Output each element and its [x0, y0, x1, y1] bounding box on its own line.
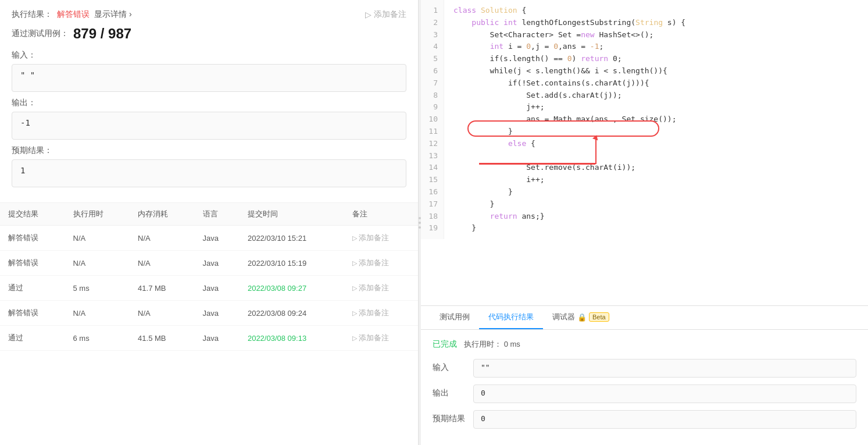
code-token: int — [490, 42, 503, 51]
table-row[interactable]: 通过6 ms41.5 MBJava2022/03/08 09:13▷ 添加备注 — [0, 326, 418, 351]
cell-memory: N/A — [130, 226, 195, 251]
code-token: new — [581, 30, 594, 39]
code-token: i = — [503, 42, 526, 51]
expected-box: 1 — [12, 159, 406, 187]
code-token: Set.remove(s.charAt(i)); — [453, 163, 635, 172]
lock-icon: 🔒 — [577, 313, 587, 322]
result-status: 解答错误 — [57, 9, 90, 20]
code-line: if(s.length() == 0) return 0; — [453, 53, 859, 65]
col-status: 提交结果 — [0, 203, 65, 226]
code-token: ; — [599, 42, 604, 51]
expected-label: 预期结果： — [12, 145, 406, 156]
line-numbers: 12345678910111213141516171819 — [421, 0, 444, 239]
add-note-small[interactable]: ▷ 添加备注 — [352, 233, 410, 243]
code-token — [453, 42, 490, 51]
cell-submit_time: 2022/03/08 09:24 — [240, 301, 344, 326]
cell-note[interactable]: ▷ 添加备注 — [344, 301, 418, 326]
exec-expected-value: 0 — [473, 410, 856, 429]
code-token: while(j < s.length()&& i < s.length()){ — [453, 66, 667, 75]
code-token: ,ans = — [558, 42, 590, 51]
line-number: 8 — [421, 90, 444, 102]
play-icon-small: ▷ — [352, 309, 357, 317]
table-row[interactable]: 解答错误N/AN/AJava2022/03/08 09:24▷ 添加备注 — [0, 301, 418, 326]
cell-note[interactable]: ▷ 添加备注 — [344, 326, 418, 351]
add-note-small[interactable]: ▷ 添加备注 — [352, 333, 410, 343]
col-time: 执行用时 — [65, 203, 130, 226]
code-token: ans = Math.max(ans , Set.size()); — [453, 115, 677, 123]
code-wrapper: 12345678910111213141516171819 class Solu… — [421, 0, 868, 239]
code-token: 0 — [553, 42, 558, 51]
code-token — [453, 212, 490, 220]
code-token: int — [503, 18, 517, 27]
add-note-small[interactable]: ▷ 添加备注 — [352, 308, 410, 318]
exec-output-row: 输出 0 — [433, 385, 856, 403]
code-line: if(!Set.contains(s.charAt(j))){ — [453, 77, 859, 90]
code-token: public — [453, 18, 503, 27]
tab-test-cases[interactable]: 测试用例 — [430, 306, 479, 329]
code-token: j++; — [453, 102, 545, 111]
cell-memory: 41.5 MB — [130, 326, 195, 351]
cell-note[interactable]: ▷ 添加备注 — [344, 251, 418, 276]
cell-submit_time: 2022/03/10 15:19 — [240, 251, 344, 276]
add-note-button[interactable]: ▷ 添加备注 — [365, 9, 406, 20]
line-number: 11 — [421, 126, 444, 138]
cell-submit_time: 2022/03/08 09:13 — [240, 326, 344, 351]
play-icon-small: ▷ — [352, 234, 357, 242]
line-number: 17 — [421, 198, 444, 211]
input-box: " " — [12, 64, 406, 92]
cell-memory: N/A — [130, 301, 195, 326]
col-note: 备注 — [344, 203, 418, 226]
line-number: 18 — [421, 211, 444, 223]
line-number: 2 — [421, 17, 444, 29]
cell-submit_time: 2022/03/08 09:27 — [240, 276, 344, 301]
line-number: 1 — [421, 5, 444, 17]
table-row[interactable]: 通过5 ms41.7 MBJava2022/03/08 09:27▷ 添加备注 — [0, 276, 418, 301]
cell-status[interactable]: 解答错误 — [0, 301, 65, 326]
cell-status[interactable]: 解答错误 — [0, 226, 65, 251]
table-row[interactable]: 解答错误N/AN/AJava2022/03/10 15:19▷ 添加备注 — [0, 251, 418, 276]
tab-exec-results[interactable]: 代码执行结果 — [479, 306, 543, 329]
show-detail-link[interactable]: 显示详情 › — [94, 9, 132, 20]
exec-input-label: 输入 — [433, 359, 473, 373]
code-area[interactable]: 12345678910111213141516171819 class Solu… — [421, 0, 868, 305]
code-token: HashSet<>(); — [595, 30, 654, 39]
cell-time: 6 ms — [65, 326, 130, 351]
cell-status[interactable]: 解答错误 — [0, 251, 65, 276]
output-box: -1 — [12, 112, 406, 140]
exec-expected-row: 预期结果 0 — [433, 410, 856, 429]
test-count-row: 通过测试用例： 879 / 987 — [12, 26, 406, 42]
line-number: 15 — [421, 174, 444, 186]
cell-note[interactable]: ▷ 添加备注 — [344, 226, 418, 251]
input-label: 输入： — [12, 50, 406, 60]
code-line: return ans;} — [453, 211, 859, 223]
cell-lang: Java — [195, 251, 240, 276]
cell-status[interactable]: 通过 — [0, 276, 65, 301]
code-line: ans = Math.max(ans , Set.size()); — [453, 113, 859, 126]
code-token: } — [453, 127, 513, 136]
exec-input-row: 输入 "" — [433, 359, 856, 378]
play-icon: ▷ — [365, 10, 372, 19]
cell-note[interactable]: ▷ 添加备注 — [344, 276, 418, 301]
code-token — [453, 139, 508, 148]
beta-badge: Beta — [589, 312, 609, 322]
code-line: class Solution { — [453, 5, 859, 17]
right-panel: 12345678910111213141516171819 class Solu… — [421, 0, 868, 445]
code-token: Solution — [481, 6, 517, 15]
cell-lang: Java — [195, 226, 240, 251]
code-token: s) { — [663, 18, 685, 27]
table-row[interactable]: 解答错误N/AN/AJava2022/03/10 15:21▷ 添加备注 — [0, 226, 418, 251]
code-line: else { — [453, 138, 859, 150]
exec-output-label: 输出 — [433, 385, 473, 398]
code-token: -1 — [590, 42, 599, 51]
code-token: if(s.length() == — [453, 54, 567, 63]
exec-time-value: 0 ms — [504, 340, 520, 348]
code-line: while(j < s.length()&& i < s.length()){ — [453, 65, 859, 77]
cell-status[interactable]: 通过 — [0, 326, 65, 351]
code-token: 0; — [608, 54, 621, 63]
add-note-small[interactable]: ▷ 添加备注 — [352, 258, 410, 268]
line-number: 9 — [421, 101, 444, 113]
tab-debugger[interactable]: 调试器 🔒 Beta — [543, 306, 619, 329]
play-icon-small: ▷ — [352, 334, 357, 342]
code-line: public int lengthOfLongestSubstring(Stri… — [453, 17, 859, 29]
add-note-small[interactable]: ▷ 添加备注 — [352, 283, 410, 293]
